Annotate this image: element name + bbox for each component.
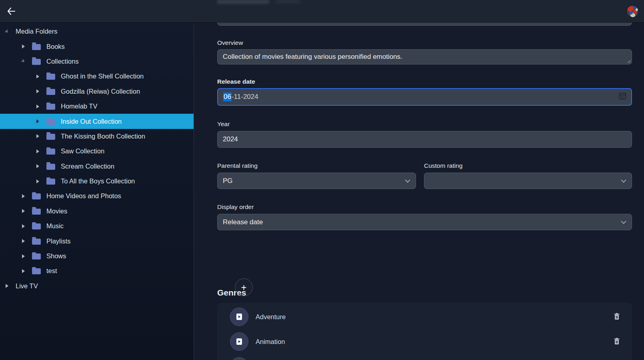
overview-label: Overview: [217, 39, 243, 46]
tree-item-label: Scream Collection: [61, 163, 114, 170]
year-input[interactable]: 2024: [217, 131, 632, 148]
tree-item-media-folders[interactable]: Media Folders: [0, 24, 194, 39]
tree-item-label: Movies: [46, 207, 67, 215]
display-order-select[interactable]: Release date: [217, 214, 632, 230]
resize-handle-icon[interactable]: [626, 59, 630, 63]
expand-caret-icon[interactable]: [36, 119, 39, 123]
tree-item-label: Playlists: [46, 237, 71, 245]
folder-icon: [32, 209, 41, 215]
expand-caret-icon[interactable]: [36, 89, 39, 93]
release-date-input[interactable]: 06-11-2024: [217, 88, 632, 106]
folder-icon: [32, 268, 41, 274]
parental-rating-value: PG: [223, 177, 233, 185]
folder-icon: [32, 239, 41, 245]
year-label: Year: [217, 121, 230, 128]
tree-item-homelab-tv[interactable]: Homelab TV: [0, 99, 194, 114]
tree-item-collections[interactable]: Collections: [0, 54, 194, 69]
expand-caret-icon[interactable]: [22, 194, 25, 198]
folder-icon: [46, 104, 55, 110]
tree-item-the-kissing-booth-collection[interactable]: The Kissing Booth Collection: [0, 129, 194, 144]
genre-video-icon: [230, 357, 248, 360]
tree-item-movies[interactable]: Movies: [0, 204, 194, 219]
expand-caret-icon[interactable]: [22, 254, 25, 258]
tree-item-live-tv[interactable]: Live TV: [0, 279, 194, 294]
expand-caret-icon[interactable]: [22, 269, 25, 273]
genre-row[interactable]: Animation: [217, 329, 632, 354]
tree-item-label: Music: [46, 222, 64, 230]
tree-item-label: Saw Collection: [61, 147, 104, 155]
tree-item-scream-collection[interactable]: Scream Collection: [0, 159, 194, 174]
chevron-down-icon: [405, 177, 410, 185]
folder-icon: [46, 164, 55, 170]
folder-icon: [46, 74, 55, 80]
back-button[interactable]: [0, 0, 22, 22]
genre-row-partial[interactable]: [217, 354, 632, 360]
tree-item-label: Home Videos and Photos: [46, 192, 121, 200]
tree-item-shows[interactable]: Shows: [0, 249, 194, 263]
overview-value: Collection of movies featuring various p…: [223, 53, 402, 61]
user-avatar[interactable]: [626, 5, 639, 18]
expand-caret-icon[interactable]: [21, 59, 26, 64]
expand-caret-icon[interactable]: [36, 164, 39, 168]
calendar-icon[interactable]: [618, 92, 627, 102]
folder-icon: [46, 89, 55, 95]
folder-icon: [46, 149, 55, 155]
tree-item-label: test: [46, 267, 57, 275]
expand-caret-icon[interactable]: [4, 29, 9, 34]
custom-rating-select[interactable]: [424, 173, 632, 189]
tree-item-music[interactable]: Music: [0, 219, 194, 233]
expand-caret-icon[interactable]: [36, 74, 39, 78]
expand-caret-icon[interactable]: [36, 179, 39, 183]
overview-input[interactable]: Collection of movies featuring various p…: [217, 49, 632, 64]
edit-metadata-form: Overview Collection of movies featuring …: [194, 22, 644, 360]
folder-icon: [46, 119, 55, 125]
genre-video-icon: [230, 308, 248, 326]
tree-item-godzilla-reiwa-collection[interactable]: Godzilla (Reiwa) Collection: [0, 84, 194, 99]
year-value: 2024: [223, 135, 238, 143]
folder-icon: [32, 193, 41, 199]
expand-caret-icon[interactable]: [6, 284, 8, 288]
tree-item-test[interactable]: test: [0, 263, 194, 278]
folder-icon: [32, 59, 41, 65]
expand-caret-icon[interactable]: [36, 149, 39, 153]
metadata-editor-screen: Media Folders Books Collections Ghost in…: [0, 0, 644, 360]
tree-item-label: Shows: [46, 252, 66, 260]
delete-genre-button[interactable]: [614, 313, 620, 321]
add-genre-button[interactable]: +: [235, 278, 253, 296]
folder-icon: [32, 223, 41, 229]
genre-video-icon: [230, 332, 248, 351]
tree-item-ghost-in-the-shell-collection[interactable]: Ghost in the Shell Collection: [0, 69, 194, 84]
tree-item-label: Godzilla (Reiwa) Collection: [61, 88, 140, 95]
release-date-label: Release date: [217, 78, 255, 85]
genre-row[interactable]: Adventure: [217, 304, 632, 329]
folder-icon: [32, 44, 41, 50]
expand-caret-icon[interactable]: [22, 239, 25, 243]
genre-label: Animation: [256, 338, 614, 346]
tree-item-label: Media Folders: [16, 28, 58, 35]
expand-caret-icon[interactable]: [22, 209, 25, 213]
expand-caret-icon[interactable]: [22, 44, 25, 48]
scrolled-content-blur: [276, 0, 300, 3]
display-order-label: Display order: [217, 203, 254, 211]
parental-rating-label: Parental rating: [217, 162, 258, 169]
tree-item-saw-collection[interactable]: Saw Collection: [0, 144, 194, 159]
expand-caret-icon[interactable]: [36, 134, 39, 138]
tree-item-label: Collections: [46, 58, 79, 65]
expand-caret-icon[interactable]: [36, 105, 39, 109]
expand-caret-icon[interactable]: [22, 224, 25, 228]
tree-item-books[interactable]: Books: [0, 39, 194, 54]
top-bar: [0, 0, 644, 22]
trash-icon: [614, 313, 620, 321]
tree-item-to-all-the-boys-collection[interactable]: To All the Boys Collection: [0, 174, 194, 189]
tree-item-inside-out-collection[interactable]: Inside Out Collection: [0, 114, 194, 129]
date-segment-rest: -11-2024: [232, 93, 258, 101]
delete-genre-button[interactable]: [614, 338, 620, 346]
arrow-left-icon: [6, 6, 16, 16]
folder-icon: [46, 179, 55, 185]
tree-item-label: The Kissing Booth Collection: [61, 133, 145, 140]
tree-item-home-videos-and-photos[interactable]: Home Videos and Photos: [0, 189, 194, 203]
parental-rating-select[interactable]: PG: [217, 173, 416, 189]
genre-label: Adventure: [256, 313, 614, 321]
display-order-value: Release date: [223, 218, 263, 226]
tree-item-playlists[interactable]: Playlists: [0, 233, 194, 248]
